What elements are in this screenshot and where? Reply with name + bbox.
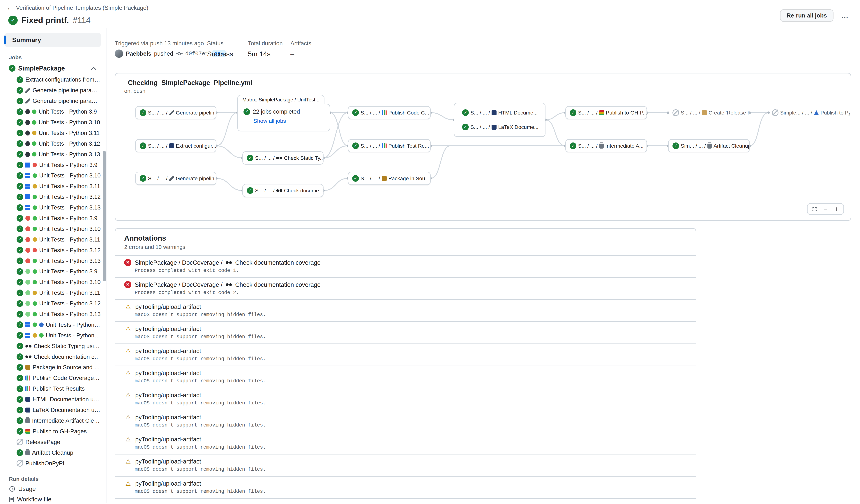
trash-icon: [599, 144, 604, 148]
graph-node[interactable]: S... / ... /Extract configur...4s: [135, 139, 216, 153]
annotation-title-row: pyTooling/upload-artifact: [124, 458, 687, 465]
sidebar-job-item[interactable]: Publish Test Results: [4, 384, 101, 394]
sidebar-job-item[interactable]: Unit Tests - Python 3.9: [4, 160, 101, 170]
annotation-error: SimplePackage / DocCoverage /Check docum…: [115, 256, 696, 277]
node-name: Publish Code C...: [388, 110, 429, 116]
graph-node[interactable]: S... / ... /Publish Test Re...13s: [348, 139, 431, 153]
sidebar-group-simplepackage[interactable]: SimplePackage: [4, 62, 101, 74]
annotation-title-row: pyTooling/upload-artifact: [124, 414, 687, 421]
sidebar-job-item[interactable]: Unit Tests - Python 3.9: [4, 266, 101, 277]
graph-node[interactable]: S... / ... /Generate pipelin...0s: [135, 172, 216, 185]
sidebar-job-item[interactable]: Check documentation covera...: [4, 351, 101, 362]
sidebar-job-item[interactable]: Package in Source and Wheel...: [4, 362, 101, 373]
sidebar-job-item[interactable]: Unit Tests - Python 3.10: [4, 117, 101, 128]
annotation-name[interactable]: pyTooling/upload-artifact: [135, 414, 201, 421]
matrix-group-box[interactable]: Matrix: SimplePackage / UnitTest... 22 j…: [238, 104, 330, 131]
sidebar-job-item[interactable]: Unit Tests - Python 3.9: [4, 106, 101, 117]
sidebar-job-item[interactable]: Unit Tests - Python 3.11: [4, 181, 101, 192]
sidebar-job-item[interactable]: HTML Documentation using ...: [4, 394, 101, 405]
actor-name-link[interactable]: Paebbels: [126, 50, 151, 57]
show-all-jobs-link[interactable]: Show all jobs: [254, 118, 324, 124]
sidebar-job-item[interactable]: Unit Tests - Python 3.10: [4, 170, 101, 181]
graph-node[interactable]: S... / ... /Package in Sou...18s: [348, 172, 431, 185]
sidebar-job-item[interactable]: LaTeX Documentation using ...: [4, 405, 101, 416]
sidebar-job-item[interactable]: ReleasePage: [4, 437, 101, 447]
graph-node[interactable]: S... / ... /Generate pipelin...0s: [135, 106, 216, 119]
kebab-menu-button[interactable]: …: [839, 11, 851, 21]
job-label: Unit Tests - Python 3.13: [39, 258, 101, 264]
sidebar-job-item[interactable]: PublishOnPyPI: [4, 458, 101, 469]
graph-node[interactable]: S... / ... /Check docume...18s: [242, 184, 324, 197]
rerun-all-jobs-button[interactable]: Re-run all jobs: [780, 10, 833, 22]
page-title: Fixed printf.: [22, 15, 69, 25]
annotation-name[interactable]: pyTooling/upload-artifact: [135, 303, 201, 311]
sidebar-job-item[interactable]: Unit Tests - Python 3.10: [4, 277, 101, 288]
sidebar-job-item[interactable]: Unit Tests - Python 3.12: [4, 330, 101, 341]
annotation-name[interactable]: pyTooling/upload-artifact: [135, 370, 201, 377]
annotation-name[interactable]: Check documentation coverage: [235, 259, 320, 266]
sidebar-scrollbar[interactable]: [103, 151, 106, 281]
graph-node[interactable]: Simple... / ... /Publish to PyPI: [768, 106, 850, 119]
sidebar-job-item[interactable]: Artifact Cleanup: [4, 447, 101, 458]
job-label: LaTeX Documentation using ...: [32, 407, 101, 414]
package-icon: [25, 365, 30, 370]
sidebar-job-item[interactable]: Unit Tests - Python 3.11: [4, 234, 101, 245]
sidebar-job-item[interactable]: Generate pipeline parameters: [4, 85, 101, 96]
sidebar-job-item[interactable]: Publish Code Coverage Results: [4, 373, 101, 384]
node-prefix: Sim... / ... /: [681, 143, 706, 149]
sidebar-job-item[interactable]: Generate pipeline parameters: [4, 96, 101, 106]
annotation-name[interactable]: pyTooling/upload-artifact: [135, 392, 201, 399]
job-label: Unit Tests - Python 3.11: [39, 289, 100, 296]
sidebar-job-item[interactable]: Unit Tests - Python 3.12: [4, 245, 101, 256]
node-prefix: S... / ... /: [360, 143, 380, 149]
sidebar-job-item[interactable]: Unit Tests - Python 3.13: [4, 256, 101, 266]
chevron-up-icon[interactable]: [91, 67, 97, 72]
back-link[interactable]: Verification of Pipeline Templates (Simp…: [16, 4, 148, 11]
dot-green-icon: [32, 195, 37, 199]
zoom-in-button[interactable]: +: [832, 205, 841, 213]
fullscreen-button[interactable]: [810, 205, 819, 213]
sidebar-job-item[interactable]: Unit Tests - Python 3.10: [4, 224, 101, 234]
commit-hash-link[interactable]: d0f07e1: [185, 51, 209, 57]
sidebar-item-summary[interactable]: Summary: [4, 33, 101, 47]
graph-node[interactable]: S... / ... /Check Static Ty...17s: [242, 151, 324, 164]
graph-node[interactable]: S... / ... /Publish Code C...20s: [348, 106, 431, 119]
sidebar-job-item[interactable]: Extract configurations from p...: [4, 74, 101, 85]
annotation-name[interactable]: pyTooling/upload-artifact: [135, 458, 201, 465]
sidebar-job-item[interactable]: Unit Tests - Python 3.12: [4, 192, 101, 202]
graph-node[interactable]: S... / ... /Intermediate A...16s: [565, 139, 647, 153]
annotation-name[interactable]: pyTooling/upload-artifact: [135, 436, 201, 443]
job-label: Unit Tests - Python 3.13: [39, 204, 101, 211]
sidebar-job-item[interactable]: Publish to GH-Pages: [4, 426, 101, 437]
graph-node[interactable]: S... / ... /Publish to GH-P...7s: [565, 106, 647, 119]
eyes-icon: [226, 261, 232, 264]
job-label: Generate pipeline parameters: [32, 87, 101, 94]
sidebar-job-item[interactable]: Unit Tests - Python 3.12: [4, 319, 101, 330]
sidebar-job-item[interactable]: Unit Tests - Python 3.12: [4, 298, 101, 309]
zoom-out-button[interactable]: −: [821, 205, 830, 213]
sidebar-item-workflow-file[interactable]: Workflow file: [4, 494, 101, 503]
sidebar-job-item[interactable]: Unit Tests - Python 3.13: [4, 309, 101, 319]
graph-node[interactable]: Sim... / ... /Artifact Cleanup4s: [668, 139, 750, 153]
actor-avatar[interactable]: [115, 49, 123, 58]
annotation-name[interactable]: pyTooling/upload-artifact: [135, 347, 201, 355]
sidebar-job-item[interactable]: Intermediate Artifact Cleanup: [4, 416, 101, 426]
graph-node[interactable]: S... / ... /LaTeX Docume...51s: [458, 120, 542, 134]
graph-node[interactable]: S... / ... /Create 'Release Pa...: [668, 106, 751, 119]
annotation-name[interactable]: pyTooling/upload-artifact: [135, 326, 201, 332]
annotation-name[interactable]: pyTooling/upload-artifact: [135, 502, 201, 503]
annotation-name[interactable]: Check documentation coverage: [235, 281, 320, 288]
sidebar-job-item[interactable]: Check Static Typing using Pyt...: [4, 341, 101, 351]
sidebar-job-item[interactable]: Unit Tests - Python 3.13: [4, 149, 101, 160]
annotation-name[interactable]: pyTooling/upload-artifact: [135, 480, 201, 487]
back-arrow-icon[interactable]: ←: [6, 4, 13, 12]
scrollbar-thumb[interactable]: [103, 151, 106, 281]
sidebar-item-usage[interactable]: Usage: [4, 484, 101, 494]
graph-node[interactable]: S... / ... /HTML Docume...55s: [458, 106, 542, 119]
success-status-icon: [17, 332, 23, 339]
sidebar-job-item[interactable]: Unit Tests - Python 3.13: [4, 202, 101, 213]
sidebar-job-item[interactable]: Unit Tests - Python 3.11: [4, 128, 101, 138]
sidebar-job-item[interactable]: Unit Tests - Python 3.11: [4, 288, 101, 298]
sidebar-job-item[interactable]: Unit Tests - Python 3.12: [4, 138, 101, 149]
sidebar-job-item[interactable]: Unit Tests - Python 3.9: [4, 213, 101, 224]
